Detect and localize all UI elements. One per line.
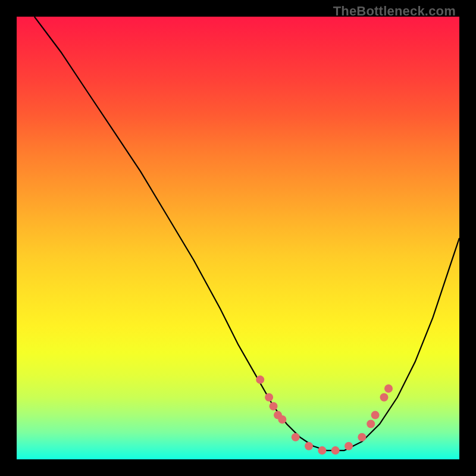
data-marker (358, 433, 366, 441)
plot-area (17, 17, 459, 459)
data-marker (367, 420, 375, 428)
data-marker (371, 411, 380, 419)
data-marker (345, 442, 353, 450)
data-marker (270, 402, 278, 411)
data-marker (292, 433, 300, 441)
watermark-text: TheBottleneck.com (333, 4, 456, 19)
bottleneck-curve (35, 17, 459, 450)
data-marker (256, 375, 264, 384)
chart-frame: TheBottleneck.com (0, 0, 476, 476)
data-marker (384, 384, 393, 393)
chart-svg (17, 17, 459, 459)
data-marker (380, 393, 389, 402)
marker-group (256, 375, 393, 455)
data-marker (265, 393, 273, 402)
data-marker (278, 415, 286, 424)
data-marker (331, 446, 340, 455)
data-marker (305, 442, 313, 450)
data-marker (318, 446, 326, 455)
